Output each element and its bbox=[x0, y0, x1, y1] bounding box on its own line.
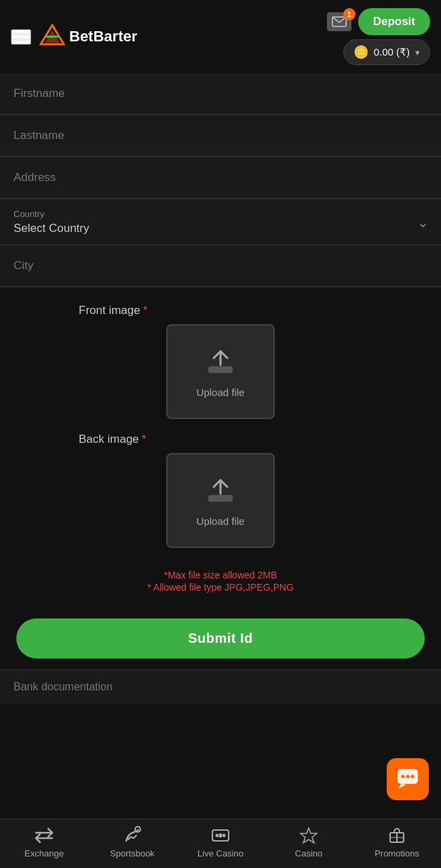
balance-value: 0.00 (₹) bbox=[374, 46, 410, 58]
svg-point-14 bbox=[223, 834, 226, 837]
header-left: BetBarter bbox=[11, 24, 137, 50]
city-field-group bbox=[0, 245, 441, 288]
address-field-group bbox=[0, 157, 441, 199]
promotions-icon bbox=[387, 826, 406, 845]
balance-chevron-icon: ▾ bbox=[415, 47, 420, 58]
bottom-nav: Exchange Sportsbook Live Casino Casino bbox=[0, 818, 441, 868]
svg-point-9 bbox=[406, 775, 410, 778]
lastname-field-group bbox=[0, 115, 441, 157]
hamburger-menu[interactable] bbox=[11, 29, 31, 45]
back-image-label: Back image* bbox=[11, 433, 146, 446]
nav-label-sportsbook: Sportsbook bbox=[110, 848, 155, 859]
deposit-button[interactable]: Deposit bbox=[358, 8, 430, 35]
country-label: Country bbox=[14, 209, 427, 219]
front-image-label: Front image* bbox=[11, 304, 147, 317]
svg-rect-5 bbox=[208, 495, 233, 502]
lastname-input[interactable] bbox=[0, 115, 441, 157]
nav-item-exchange[interactable]: Exchange bbox=[17, 826, 71, 859]
form-area: Country Select Country ⌄ Front image* Up… bbox=[0, 73, 441, 758]
address-input[interactable] bbox=[0, 157, 441, 199]
bank-documentation-row: Bank documentation bbox=[0, 669, 441, 704]
svg-marker-7 bbox=[398, 784, 406, 789]
header: BetBarter 1 Deposit 🪙 0.00 (₹) ▾ bbox=[0, 0, 441, 73]
logo-icon bbox=[39, 24, 65, 50]
back-image-upload-box[interactable]: Upload file bbox=[166, 453, 275, 548]
logo-text: BetBarter bbox=[69, 28, 137, 45]
file-note-type: * Allowed file type JPG,JPEG,PNG bbox=[147, 582, 294, 593]
file-note-size: *Max file size allowed 2MB bbox=[147, 570, 294, 580]
balance-button[interactable]: 🪙 0.00 (₹) ▾ bbox=[343, 39, 430, 65]
front-image-group: Front image* Upload file bbox=[11, 304, 430, 419]
nav-label-exchange: Exchange bbox=[24, 848, 64, 859]
back-upload-text: Upload file bbox=[197, 515, 245, 527]
svg-point-13 bbox=[216, 834, 219, 837]
header-right: 1 Deposit 🪙 0.00 (₹) ▾ bbox=[327, 8, 430, 65]
coins-icon: 🪙 bbox=[353, 45, 368, 60]
front-upload-text: Upload file bbox=[197, 387, 245, 398]
exchange-icon bbox=[35, 826, 54, 845]
upload-section: Front image* Upload file Back image* bbox=[0, 288, 441, 608]
nav-item-promotions[interactable]: Promotions bbox=[370, 826, 424, 859]
back-image-group: Back image* Upload file bbox=[11, 433, 430, 548]
casino-icon bbox=[299, 826, 318, 845]
submit-area: Submit Id bbox=[0, 608, 441, 669]
firstname-field-group bbox=[0, 73, 441, 115]
logo-area: BetBarter bbox=[39, 24, 137, 50]
svg-point-8 bbox=[402, 775, 405, 778]
svg-rect-15 bbox=[219, 833, 222, 837]
firstname-input[interactable] bbox=[0, 73, 441, 115]
country-chevron-icon: ⌄ bbox=[417, 214, 429, 231]
sportsbook-icon bbox=[123, 826, 142, 845]
nav-item-sportsbook[interactable]: Sportsbook bbox=[105, 826, 159, 859]
file-notes: *Max file size allowed 2MB * Allowed fil… bbox=[147, 561, 294, 601]
country-select-wrapper[interactable]: Country Select Country ⌄ bbox=[0, 199, 441, 245]
chat-bubble-button[interactable] bbox=[387, 758, 429, 800]
chat-icon bbox=[396, 767, 420, 791]
country-value: Select Country bbox=[14, 222, 427, 235]
mail-button[interactable]: 1 bbox=[327, 12, 351, 31]
live-casino-icon bbox=[211, 826, 230, 845]
nav-label-live-casino: Live Casino bbox=[197, 848, 244, 859]
header-top-row: 1 Deposit bbox=[327, 8, 430, 35]
svg-rect-4 bbox=[208, 366, 233, 373]
nav-label-promotions: Promotions bbox=[375, 848, 419, 859]
front-image-upload-box[interactable]: Upload file bbox=[166, 324, 275, 419]
city-input[interactable] bbox=[0, 245, 441, 287]
nav-item-live-casino[interactable]: Live Casino bbox=[193, 826, 248, 859]
upload-icon bbox=[204, 346, 237, 378]
upload-icon-back bbox=[204, 475, 237, 507]
nav-label-casino: Casino bbox=[295, 848, 322, 859]
submit-button[interactable]: Submit Id bbox=[16, 618, 425, 658]
mail-badge: 1 bbox=[343, 8, 356, 20]
svg-point-10 bbox=[411, 775, 415, 778]
nav-item-casino[interactable]: Casino bbox=[282, 826, 336, 859]
